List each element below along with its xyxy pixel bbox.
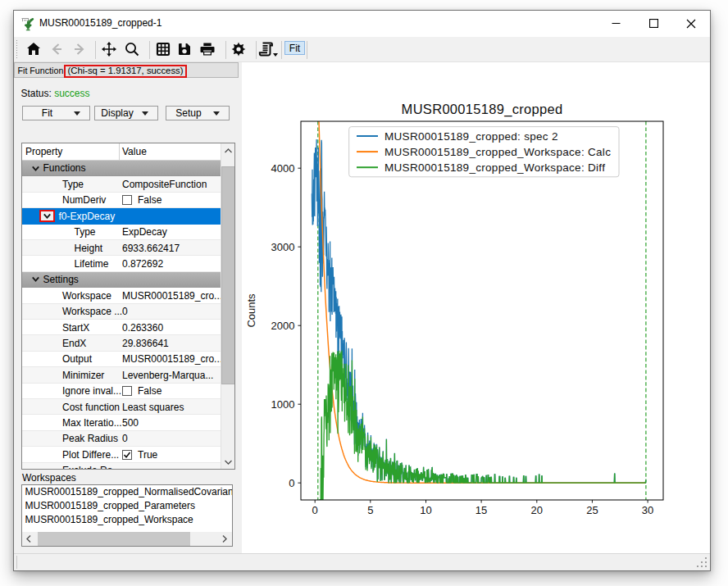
svg-text:0: 0 — [312, 504, 318, 516]
svg-text:MUSR00015189_cropped: spec 2: MUSR00015189_cropped: spec 2 — [384, 130, 558, 143]
svg-text:5: 5 — [367, 504, 373, 516]
svg-text:1000: 1000 — [271, 398, 295, 411]
svg-text:Counts: Counts — [245, 293, 257, 328]
svg-text:MUSR00015189_cropped_Workspace: MUSR00015189_cropped_Workspace: Calc — [384, 146, 611, 158]
svg-text:4000: 4000 — [271, 162, 295, 175]
svg-text:30: 30 — [642, 504, 653, 516]
svg-text:MUSR00015189_cropped_Workspace: MUSR00015189_cropped_Workspace: Diff — [384, 161, 605, 174]
svg-text:0: 0 — [289, 477, 294, 489]
svg-text:15: 15 — [475, 504, 487, 516]
svg-text:MUSR00015189_cropped: MUSR00015189_cropped — [402, 102, 563, 117]
svg-text:3000: 3000 — [271, 241, 295, 253]
svg-text:10: 10 — [420, 504, 431, 516]
svg-text:25: 25 — [586, 504, 598, 516]
svg-text:2000: 2000 — [271, 320, 295, 332]
svg-text:20: 20 — [531, 504, 543, 516]
